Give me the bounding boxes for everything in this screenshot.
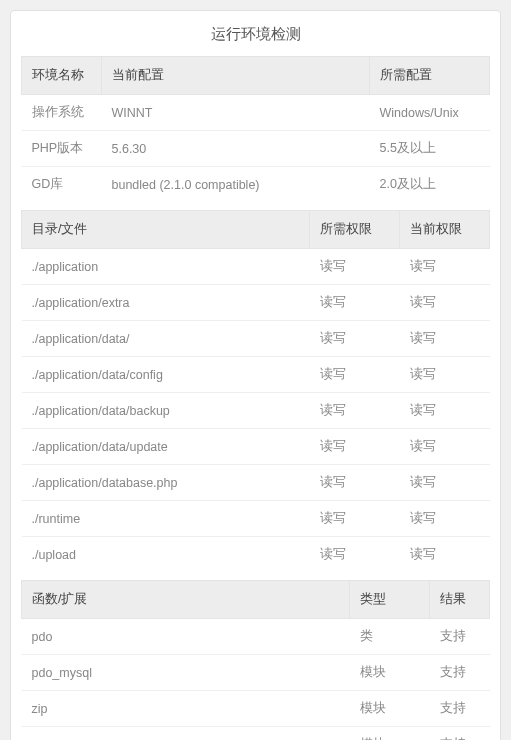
dir-cell-current: 读写	[400, 537, 490, 573]
dir-cell-path: ./application/extra	[22, 285, 310, 321]
ext-cell-name: fileinfo	[22, 727, 350, 741]
dir-row: ./application/data/update读写读写	[22, 429, 490, 465]
dir-cell-current: 读写	[400, 357, 490, 393]
ext-row: pdo类支持	[22, 619, 490, 655]
dir-cell-path: ./runtime	[22, 501, 310, 537]
ext-row: zip模块支持	[22, 691, 490, 727]
dir-row: ./application/data/读写读写	[22, 321, 490, 357]
dir-cell-required: 读写	[310, 321, 400, 357]
dir-cell-required: 读写	[310, 429, 400, 465]
dir-row: ./application读写读写	[22, 249, 490, 285]
dir-cell-path: ./application	[22, 249, 310, 285]
dir-cell-current: 读写	[400, 321, 490, 357]
dir-cell-path: ./application/data/update	[22, 429, 310, 465]
ext-table: 函数/扩展 类型 结果 pdo类支持pdo_mysql模块支持zip模块支持fi…	[21, 580, 490, 740]
dir-cell-current: 读写	[400, 465, 490, 501]
dir-cell-current: 读写	[400, 429, 490, 465]
dir-cell-required: 读写	[310, 393, 400, 429]
env-cell-required: 2.0及以上	[370, 167, 490, 203]
ext-header-result: 结果	[430, 581, 490, 619]
ext-header-name: 函数/扩展	[22, 581, 350, 619]
dir-cell-path: ./application/database.php	[22, 465, 310, 501]
dir-cell-required: 读写	[310, 537, 400, 573]
env-cell-name: GD库	[22, 167, 102, 203]
dir-cell-required: 读写	[310, 357, 400, 393]
env-header-required: 所需配置	[370, 57, 490, 95]
env-cell-current: WINNT	[102, 95, 370, 131]
dir-cell-required: 读写	[310, 249, 400, 285]
ext-row: pdo_mysql模块支持	[22, 655, 490, 691]
env-cell-current: 5.6.30	[102, 131, 370, 167]
dir-cell-current: 读写	[400, 285, 490, 321]
dir-row: ./application/data/backup读写读写	[22, 393, 490, 429]
dir-row: ./application/extra读写读写	[22, 285, 490, 321]
ext-cell-name: zip	[22, 691, 350, 727]
dir-cell-current: 读写	[400, 501, 490, 537]
env-row: GD库bundled (2.1.0 compatible)2.0及以上	[22, 167, 490, 203]
ext-cell-type: 模块	[350, 727, 430, 741]
page-title: 运行环境检测	[11, 11, 500, 56]
dir-header-required: 所需权限	[310, 211, 400, 249]
dir-cell-required: 读写	[310, 501, 400, 537]
dir-row: ./upload读写读写	[22, 537, 490, 573]
ext-cell-type: 模块	[350, 691, 430, 727]
dir-cell-path: ./application/data/backup	[22, 393, 310, 429]
ext-header-type: 类型	[350, 581, 430, 619]
env-cell-name: 操作系统	[22, 95, 102, 131]
env-cell-current: bundled (2.1.0 compatible)	[102, 167, 370, 203]
env-cell-required: 5.5及以上	[370, 131, 490, 167]
env-row: PHP版本5.6.305.5及以上	[22, 131, 490, 167]
dir-cell-current: 读写	[400, 249, 490, 285]
ext-cell-result: 支持	[430, 655, 490, 691]
env-header-name: 环境名称	[22, 57, 102, 95]
env-check-card: 运行环境检测 环境名称 当前配置 所需配置 操作系统WINNTWindows/U…	[10, 10, 501, 740]
dir-cell-path: ./application/data/config	[22, 357, 310, 393]
dir-header-current: 当前权限	[400, 211, 490, 249]
env-cell-name: PHP版本	[22, 131, 102, 167]
ext-cell-result: 支持	[430, 619, 490, 655]
env-table: 环境名称 当前配置 所需配置 操作系统WINNTWindows/UnixPHP版…	[21, 56, 490, 202]
dir-header-path: 目录/文件	[22, 211, 310, 249]
ext-cell-name: pdo_mysql	[22, 655, 350, 691]
env-row: 操作系统WINNTWindows/Unix	[22, 95, 490, 131]
dir-cell-path: ./application/data/	[22, 321, 310, 357]
ext-cell-type: 类	[350, 619, 430, 655]
dir-row: ./application/data/config读写读写	[22, 357, 490, 393]
ext-row: fileinfo模块支持	[22, 727, 490, 741]
ext-cell-result: 支持	[430, 691, 490, 727]
ext-cell-type: 模块	[350, 655, 430, 691]
dir-cell-current: 读写	[400, 393, 490, 429]
dir-cell-required: 读写	[310, 465, 400, 501]
dir-table: 目录/文件 所需权限 当前权限 ./application读写读写./appli…	[21, 210, 490, 572]
ext-cell-result: 支持	[430, 727, 490, 741]
env-cell-required: Windows/Unix	[370, 95, 490, 131]
dir-row: ./runtime读写读写	[22, 501, 490, 537]
ext-cell-name: pdo	[22, 619, 350, 655]
env-header-current: 当前配置	[102, 57, 370, 95]
dir-row: ./application/database.php读写读写	[22, 465, 490, 501]
dir-cell-path: ./upload	[22, 537, 310, 573]
dir-cell-required: 读写	[310, 285, 400, 321]
